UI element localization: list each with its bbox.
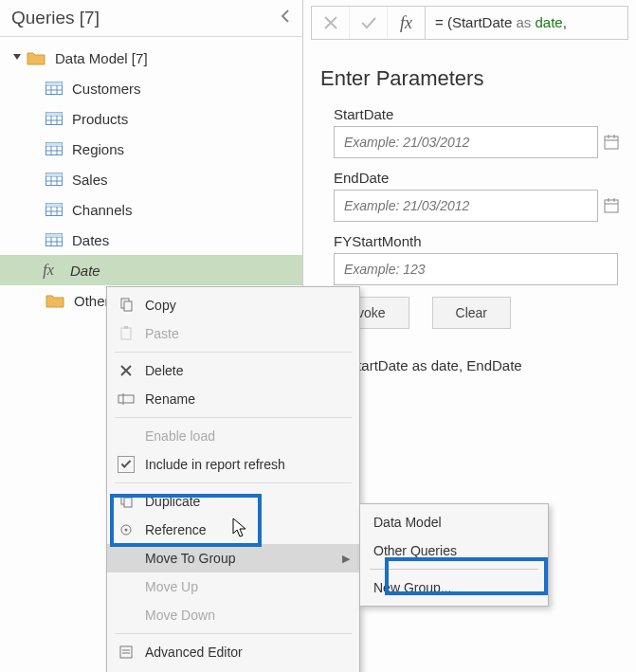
query-label: Date (70, 263, 100, 279)
table-icon (45, 173, 63, 186)
formula-prefix: = (StartDate (435, 14, 516, 30)
svg-rect-17 (46, 143, 63, 147)
svg-rect-54 (120, 646, 132, 658)
submenu-data-model[interactable]: Data Model (360, 508, 548, 536)
queries-header: Queries [7] (0, 0, 302, 37)
query-label: Dates (72, 232, 109, 248)
query-customers[interactable]: Customers (0, 73, 302, 103)
fx-icon[interactable]: fx (388, 7, 426, 39)
query-label: Customers (72, 81, 141, 97)
query-channels[interactable]: Channels (0, 194, 302, 225)
move-to-group-submenu: Data Model Other Queries New Group... (359, 503, 549, 607)
svg-rect-23 (46, 173, 63, 177)
menu-separator (115, 417, 352, 418)
formula-type: date (531, 14, 562, 30)
param-label: EndDate (334, 170, 619, 186)
reference-icon (113, 522, 139, 537)
param-fystartmonth: FYStartMonth (320, 233, 619, 285)
svg-rect-51 (124, 498, 132, 507)
table-icon (45, 82, 63, 95)
parameters-heading: Enter Parameters (320, 66, 619, 91)
menu-advanced-editor[interactable]: Advanced Editor (107, 638, 359, 666)
formula-tail: , (563, 14, 567, 30)
submenu-separator (370, 569, 538, 570)
query-date-fn[interactable]: fx Date (0, 255, 302, 285)
table-icon (45, 203, 63, 216)
copy-icon (113, 298, 139, 313)
svg-rect-35 (46, 234, 63, 238)
svg-rect-47 (124, 326, 128, 329)
menu-reference[interactable]: Reference (107, 516, 359, 544)
submenu-new-group[interactable]: New Group... (360, 573, 548, 602)
query-regions[interactable]: Regions (0, 134, 302, 164)
menu-move-up: Move Up (107, 572, 359, 601)
calendar-icon[interactable] (604, 198, 619, 213)
menu-properties[interactable]: Properties... (107, 666, 359, 672)
menu-separator (115, 482, 352, 483)
svg-rect-45 (124, 301, 132, 311)
table-icon (45, 142, 63, 155)
delete-icon (113, 364, 139, 377)
query-tree: Data Model [7] Customers Products Region… (0, 37, 302, 321)
param-label: FYStartMonth (334, 233, 619, 249)
formula-as: as (516, 14, 531, 30)
svg-rect-40 (605, 200, 618, 212)
group-label: Other (74, 293, 110, 309)
group-label: Data Model [7] (55, 50, 148, 66)
menu-duplicate[interactable]: Duplicate (107, 487, 359, 516)
fystartmonth-input[interactable] (334, 253, 618, 285)
query-sales[interactable]: Sales (0, 164, 302, 194)
query-label: Products (72, 111, 128, 127)
folder-icon (27, 50, 45, 65)
query-label: Channels (72, 202, 132, 218)
context-menu: Copy Paste Delete Rename Enable load Inc… (106, 286, 360, 672)
svg-point-53 (125, 529, 128, 532)
commit-icon[interactable] (350, 7, 388, 39)
svg-rect-5 (46, 82, 63, 86)
formula-bar[interactable]: fx = (StartDate as date, (311, 6, 628, 40)
query-dates[interactable]: Dates (0, 225, 302, 255)
menu-delete[interactable]: Delete (107, 356, 359, 385)
enddate-input[interactable] (334, 190, 598, 222)
menu-move-down: Move Down (107, 601, 359, 629)
cancel-icon[interactable] (312, 7, 350, 39)
submenu-other-queries[interactable]: Other Queries (360, 536, 548, 565)
svg-rect-29 (46, 204, 63, 208)
submenu-arrow-icon: ▶ (342, 553, 350, 565)
param-enddate: EndDate (320, 170, 619, 222)
caret-icon (13, 54, 21, 62)
query-label: Sales (72, 172, 108, 188)
table-icon (45, 112, 63, 125)
duplicate-icon (113, 494, 139, 509)
rename-icon (113, 393, 139, 405)
menu-rename[interactable]: Rename (107, 385, 359, 413)
table-icon (45, 233, 63, 246)
menu-separator (115, 352, 352, 353)
menu-enable-load: Enable load (107, 422, 359, 450)
menu-paste: Paste (107, 319, 359, 348)
fx-icon: fx (36, 262, 61, 279)
checkbox-icon (113, 456, 139, 473)
param-label: StartDate (334, 106, 619, 122)
menu-include-refresh[interactable]: Include in report refresh (107, 450, 359, 479)
svg-rect-48 (118, 395, 134, 403)
group-data-model[interactable]: Data Model [7] (0, 43, 302, 73)
startdate-input[interactable] (334, 126, 598, 158)
query-label: Regions (72, 141, 124, 157)
collapse-icon[interactable] (280, 9, 291, 27)
svg-rect-11 (46, 113, 63, 117)
advanced-editor-icon (113, 645, 139, 660)
param-startdate: StartDate (320, 106, 619, 158)
svg-rect-36 (605, 136, 618, 149)
query-products[interactable]: Products (0, 103, 302, 134)
calendar-icon[interactable] (604, 135, 619, 150)
menu-copy[interactable]: Copy (107, 291, 359, 319)
formula-text[interactable]: = (StartDate as date, (426, 14, 576, 31)
folder-icon (45, 293, 64, 308)
paste-icon (113, 326, 139, 341)
clear-button[interactable]: Clear (432, 297, 511, 329)
queries-title: Queries [7] (11, 8, 280, 28)
menu-move-to-group[interactable]: Move To Group ▶ (107, 544, 359, 572)
menu-separator (115, 633, 352, 634)
svg-rect-46 (121, 328, 131, 339)
